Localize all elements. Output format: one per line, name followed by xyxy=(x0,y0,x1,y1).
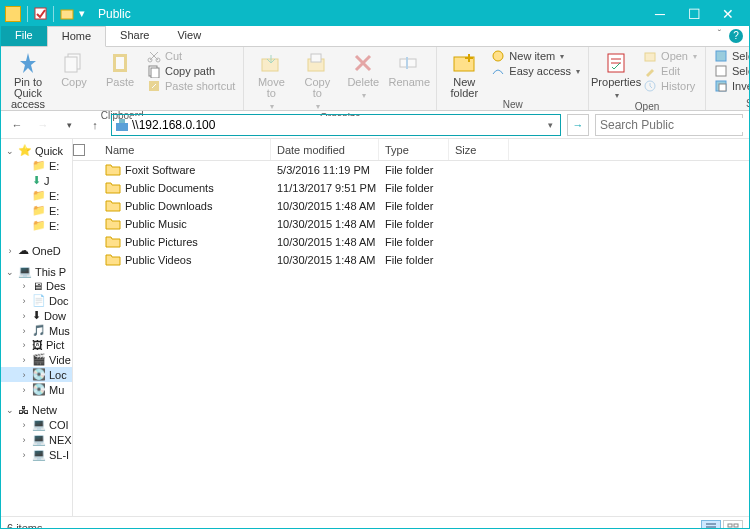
file-type: File folder xyxy=(379,200,449,212)
move-to-button[interactable]: Move to▾ xyxy=(250,49,292,112)
tree-item[interactable]: ›🎬Vide xyxy=(1,352,72,367)
column-date[interactable]: Date modified xyxy=(271,139,379,160)
tree-item[interactable]: ›💻NEX xyxy=(1,432,72,447)
folder-icon xyxy=(105,216,121,232)
search-input[interactable] xyxy=(600,118,750,132)
tree-item[interactable]: 📁E: xyxy=(1,158,72,173)
file-name: Public Documents xyxy=(125,182,214,194)
tree-item[interactable]: ›📄Doc xyxy=(1,293,72,308)
table-row[interactable]: Public Videos10/30/2015 1:48 AMFile fold… xyxy=(73,251,749,269)
tree-item[interactable]: 📁E: xyxy=(1,218,72,233)
svg-rect-15 xyxy=(406,57,408,69)
svg-rect-11 xyxy=(262,59,278,71)
tree-item[interactable]: ›🎵Mus xyxy=(1,323,72,338)
svg-rect-28 xyxy=(734,524,738,527)
file-list: Name Date modified Type Size Foxit Softw… xyxy=(73,139,749,516)
select-all-checkbox[interactable] xyxy=(73,144,85,156)
easy-access-button[interactable]: Easy access▾ xyxy=(489,64,582,78)
file-name: Public Pictures xyxy=(125,236,198,248)
file-date: 10/30/2015 1:48 AM xyxy=(271,236,379,248)
address-bar[interactable]: ▾ xyxy=(111,114,561,136)
network-icon xyxy=(114,117,130,133)
tree-item-selected[interactable]: ›💽Loc xyxy=(1,367,72,382)
maximize-button[interactable]: ☐ xyxy=(677,2,711,26)
file-name: Public Videos xyxy=(125,254,191,266)
file-type: File folder xyxy=(379,236,449,248)
column-headers: Name Date modified Type Size xyxy=(73,139,749,161)
navigation-pane[interactable]: ⌄⭐Quick 📁E: ⬇J 📁E: 📁E: 📁E: ›☁OneD ⌄💻This… xyxy=(1,139,73,516)
copy-path-button[interactable]: Copy path xyxy=(145,64,237,78)
tree-quick-access[interactable]: ⌄⭐Quick xyxy=(1,143,72,158)
pin-to-quick-access-button[interactable]: Pin to Quick access xyxy=(7,49,49,110)
folder-icon xyxy=(5,6,21,22)
back-button[interactable]: ← xyxy=(7,115,27,135)
tab-share[interactable]: Share xyxy=(106,26,163,46)
column-type[interactable]: Type xyxy=(379,139,449,160)
forward-button[interactable]: → xyxy=(33,115,53,135)
tree-item[interactable]: 📁E: xyxy=(1,188,72,203)
tree-this-pc[interactable]: ⌄💻This P xyxy=(1,264,72,279)
tree-onedrive[interactable]: ›☁OneD xyxy=(1,243,72,258)
tab-home[interactable]: Home xyxy=(47,26,106,47)
table-row[interactable]: Public Documents11/13/2017 9:51 PMFile f… xyxy=(73,179,749,197)
tree-network[interactable]: ⌄🖧Netw xyxy=(1,403,72,417)
tree-item[interactable]: ›💻COI xyxy=(1,417,72,432)
minimize-button[interactable]: ─ xyxy=(643,2,677,26)
folder-icon xyxy=(105,198,121,214)
address-input[interactable] xyxy=(132,116,542,134)
open-button[interactable]: Open▾ xyxy=(641,49,699,63)
tab-view[interactable]: View xyxy=(163,26,215,46)
paste-button[interactable]: Paste xyxy=(99,49,141,88)
details-view-button[interactable] xyxy=(701,520,721,530)
tree-item[interactable]: ›⬇Dow xyxy=(1,308,72,323)
file-type: File folder xyxy=(379,164,449,176)
table-row[interactable]: Foxit Software5/3/2016 11:19 PMFile fold… xyxy=(73,161,749,179)
copy-to-button[interactable]: Copy to▾ xyxy=(296,49,338,112)
folder-alt-icon[interactable] xyxy=(60,7,74,21)
tree-item[interactable]: ›🖼Pict xyxy=(1,338,72,352)
svg-rect-24 xyxy=(719,84,726,91)
new-item-button[interactable]: New item▾ xyxy=(489,49,582,63)
tree-item[interactable]: ›💻SL-I xyxy=(1,447,72,462)
cut-button[interactable]: Cut xyxy=(145,49,237,63)
icons-view-button[interactable] xyxy=(723,520,743,530)
edit-button[interactable]: Edit xyxy=(641,64,699,78)
svg-rect-1 xyxy=(61,10,73,19)
tree-item[interactable]: 📁E: xyxy=(1,203,72,218)
qat-overflow[interactable]: ▾ xyxy=(76,7,88,20)
tree-item[interactable]: ⬇J xyxy=(1,173,72,188)
tree-item[interactable]: ›🖥Des xyxy=(1,279,72,293)
ribbon-collapse-icon[interactable]: ˇ xyxy=(718,29,721,40)
close-button[interactable]: ✕ xyxy=(711,2,745,26)
table-row[interactable]: Public Downloads10/30/2015 1:48 AMFile f… xyxy=(73,197,749,215)
ribbon-group-select: Select all Select none Invert selection … xyxy=(706,47,750,110)
select-none-button[interactable]: Select none xyxy=(712,64,750,78)
column-name[interactable]: Name xyxy=(99,139,271,160)
file-name: Foxit Software xyxy=(125,164,195,176)
delete-button[interactable]: Delete▾ xyxy=(342,49,384,101)
address-dropdown[interactable]: ▾ xyxy=(542,120,558,130)
new-folder-button[interactable]: New folder xyxy=(443,49,485,99)
qat-item-icon[interactable] xyxy=(34,7,47,20)
help-icon[interactable]: ? xyxy=(729,29,743,43)
status-bar: 6 items xyxy=(1,516,749,529)
ribbon-group-label: New xyxy=(443,99,582,111)
up-button[interactable]: ↑ xyxy=(85,115,105,135)
tree-item[interactable]: ›💽Mu xyxy=(1,382,72,397)
tab-file[interactable]: File xyxy=(1,26,47,46)
go-button[interactable]: → xyxy=(567,114,589,136)
select-all-button[interactable]: Select all xyxy=(712,49,750,63)
properties-button[interactable]: Properties▾ xyxy=(595,49,637,101)
ribbon-group-clipboard: Pin to Quick access Copy Paste Cut Copy … xyxy=(1,47,244,110)
rename-button[interactable]: Rename xyxy=(388,49,430,88)
table-row[interactable]: Public Pictures10/30/2015 1:48 AMFile fo… xyxy=(73,233,749,251)
invert-selection-button[interactable]: Invert selection xyxy=(712,79,750,93)
copy-button[interactable]: Copy xyxy=(53,49,95,88)
history-button[interactable]: History xyxy=(641,79,699,93)
table-row[interactable]: Public Music10/30/2015 1:48 AMFile folde… xyxy=(73,215,749,233)
search-box[interactable]: 🔍 xyxy=(595,114,743,136)
recent-locations-button[interactable]: ▾ xyxy=(59,115,79,135)
column-size[interactable]: Size xyxy=(449,139,509,160)
svg-rect-25 xyxy=(116,123,128,131)
paste-shortcut-button[interactable]: Paste shortcut xyxy=(145,79,237,93)
